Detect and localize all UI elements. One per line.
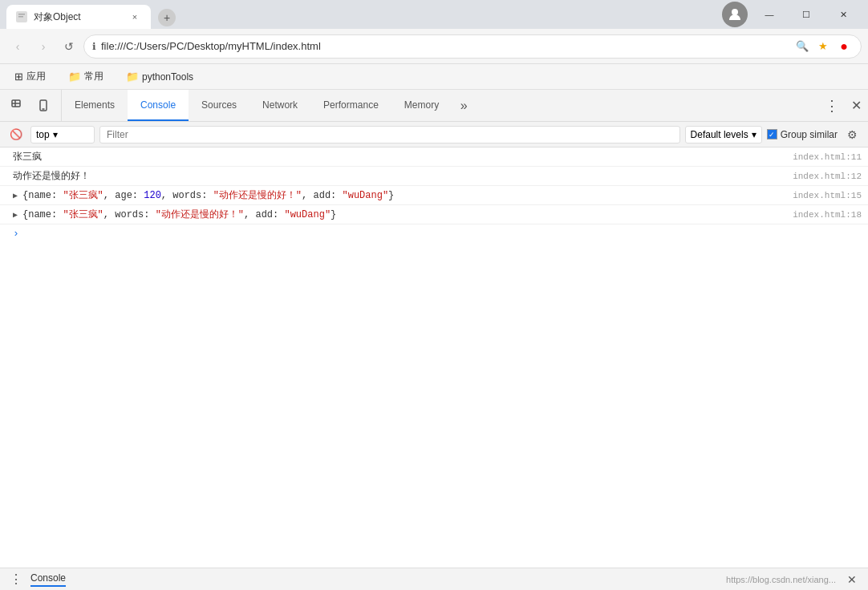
address-actions: 🔍 ★ ● [793,38,853,55]
devtools-tabs: Elements Console Sources Network Perform… [62,90,818,121]
devtools-panel: Elements Console Sources Network Perform… [0,90,868,590]
console-settings-button[interactable]: ⚙ [842,125,862,144]
tab-strip: 对象Object × + [6,0,722,29]
bookmark-apps[interactable]: ⊞ 应用 [10,68,51,85]
forward-button[interactable]: › [32,35,55,58]
devtools-close-button[interactable]: ✕ [844,90,868,121]
group-similar-option: Group similar [767,129,838,140]
close-button[interactable]: ✕ [825,2,862,27]
console-prompt: › [0,224,868,243]
tab-performance[interactable]: Performance [310,90,391,121]
expand-arrow-3[interactable]: ▶ [13,191,22,200]
device-toolbar-button[interactable] [32,95,55,117]
bottom-bar: ⋮ Console https://blog.csdn.net/xiang...… [0,568,868,590]
tab-close-button[interactable]: × [128,10,141,23]
more-tabs-button[interactable]: » [452,90,476,121]
console-line-2: 动作还是慢的好！ index.html:12 [0,167,868,186]
devtools-menu-button[interactable]: ⋮ [820,90,844,121]
bottom-menu-button[interactable]: ⋮ [6,570,26,589]
search-icon[interactable]: 🔍 [793,38,811,55]
console-line-4: ▶ {name: "张三疯", words: "动作还是慢的好！", add: … [0,205,868,224]
console-output: 张三疯 index.html:11 动作还是慢的好！ index.html:12… [0,148,868,568]
extension-icon[interactable]: ● [835,38,853,55]
bookmarks-bar: ⊞ 应用 📁 常用 📁 pythonTools [0,64,868,90]
clear-console-button[interactable]: 🚫 [6,125,26,144]
back-button[interactable]: ‹ [6,35,29,58]
maximize-button[interactable]: ☐ [788,2,825,27]
refresh-button[interactable]: ↺ [58,35,80,58]
group-similar-label: Group similar [781,129,838,140]
bookmark-frequent[interactable]: 📁 常用 [63,68,108,85]
tab-favicon [16,11,27,22]
bookmark-pythontools[interactable]: 📁 pythonTools [121,69,198,84]
bookmark-apps-label: 应用 [26,70,46,83]
security-icon: ℹ [92,41,96,52]
devtools-toolbar: Elements Console Sources Network Perform… [0,90,868,122]
chrome-window: 对象Object × + — ☐ ✕ ‹ › ↺ ℹ file:///C:/Us… [0,0,868,590]
tab-title: 对象Object [34,10,122,24]
svg-rect-1 [18,14,25,15]
inspect-element-button[interactable] [6,95,29,117]
tab-elements[interactable]: Elements [62,90,128,121]
console-context-selector[interactable]: top ▾ [30,126,95,143]
svg-rect-2 [18,16,23,18]
url-text: file:///C:/Users/PC/Desktop/myHTML/index… [101,40,789,52]
tab-network[interactable]: Network [249,90,310,121]
new-tab-area: + [154,6,180,29]
folder-icon-2: 📁 [126,71,139,83]
console-text-2: 动作还是慢的好！ [13,169,759,183]
bookmark-pythontools-label: pythonTools [142,71,193,83]
active-tab[interactable]: 对象Object × [6,5,151,29]
title-bar: 对象Object × + — ☐ ✕ [0,0,868,29]
prompt-arrow-icon: › [13,228,19,240]
group-similar-checkbox[interactable] [767,129,777,139]
devtools-icon-buttons [0,90,62,121]
nav-bar: ‹ › ↺ ℹ file:///C:/Users/PC/Desktop/myHT… [0,29,868,64]
tab-sources[interactable]: Sources [189,90,249,121]
console-link-3[interactable]: index.html:15 [765,191,862,200]
bottom-link: https://blog.csdn.net/xiang... [726,575,836,584]
console-link-2[interactable]: index.html:12 [765,172,862,181]
bookmark-star-icon[interactable]: ★ [814,38,832,55]
console-line-3: ▶ {name: "张三疯", age: 120, words: "动作还是慢的… [0,186,868,205]
address-bar[interactable]: ℹ file:///C:/Users/PC/Desktop/myHTML/ind… [83,34,862,59]
console-link-4[interactable]: index.html:18 [765,210,862,220]
tab-memory[interactable]: Memory [391,90,452,121]
levels-chevron-icon: ▾ [752,129,756,140]
expand-arrow-4[interactable]: ▶ [13,210,22,220]
svg-point-3 [732,9,738,15]
console-toolbar: 🚫 top ▾ Default levels ▾ Group similar ⚙ [0,122,868,148]
log-levels-selector[interactable]: Default levels ▾ [685,126,762,143]
levels-label: Default levels [691,129,748,140]
console-text-1: 张三疯 [13,150,759,164]
minimize-button[interactable]: — [751,2,788,27]
filter-input[interactable] [99,126,680,143]
bottom-console-tab[interactable]: Console [30,572,66,587]
bookmark-frequent-label: 常用 [84,70,103,83]
console-obj-4: {name: "张三疯", words: "动作还是慢的好！", add: "w… [22,208,759,221]
apps-grid-icon: ⊞ [14,71,23,83]
chevron-down-icon: ▾ [53,129,58,140]
console-link-1[interactable]: index.html:11 [765,152,862,162]
console-line-1: 张三疯 index.html:11 [0,148,868,167]
bottom-close-button[interactable]: ✕ [842,570,862,589]
console-obj-3: {name: "张三疯", age: 120, words: "动作还是慢的好！… [22,188,759,202]
new-tab-button[interactable]: + [158,9,176,26]
folder-icon: 📁 [68,71,81,83]
context-value: top [36,129,50,140]
main-content: Elements Console Sources Network Perform… [0,90,868,590]
tab-console[interactable]: Console [128,90,189,121]
profile-button[interactable] [722,2,748,27]
